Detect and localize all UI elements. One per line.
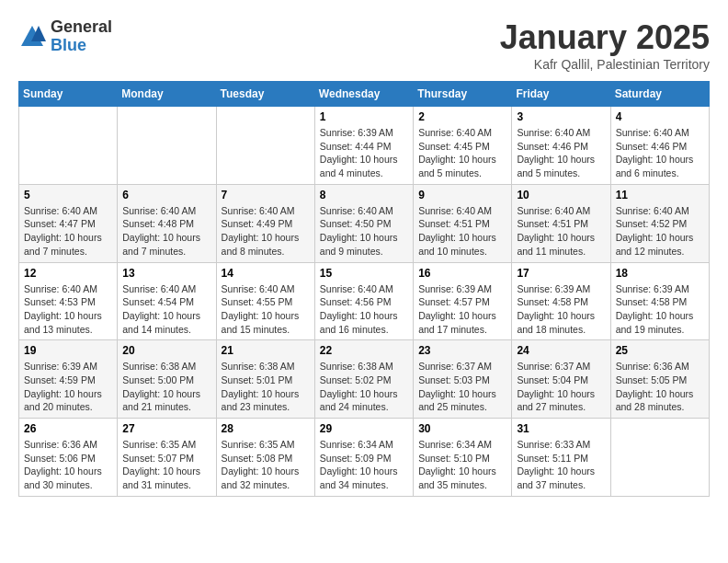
day-number: 18 (616, 267, 704, 280)
day-info: Sunrise: 6:38 AM Sunset: 5:00 PM Dayligh… (122, 360, 210, 414)
logo-general-text: General (51, 18, 112, 37)
calendar-cell: 17Sunrise: 6:39 AM Sunset: 4:58 PM Dayli… (512, 262, 610, 340)
calendar-cell (118, 107, 216, 185)
column-header-saturday: Saturday (610, 82, 709, 107)
calendar-cell: 5Sunrise: 6:40 AM Sunset: 4:47 PM Daylig… (19, 184, 118, 262)
day-number: 1 (320, 110, 408, 123)
calendar-cell: 12Sunrise: 6:40 AM Sunset: 4:53 PM Dayli… (19, 262, 118, 340)
day-number: 6 (122, 189, 210, 201)
day-info: Sunrise: 6:39 AM Sunset: 4:58 PM Dayligh… (616, 282, 704, 337)
day-info: Sunrise: 6:39 AM Sunset: 4:44 PM Dayligh… (320, 126, 408, 180)
calendar-cell: 18Sunrise: 6:39 AM Sunset: 4:58 PM Dayli… (610, 262, 709, 340)
calendar-cell: 24Sunrise: 6:37 AM Sunset: 5:04 PM Dayli… (512, 340, 610, 419)
calendar-cell: 7Sunrise: 6:40 AM Sunset: 4:49 PM Daylig… (216, 184, 314, 262)
day-number: 31 (517, 422, 605, 435)
calendar-cell: 9Sunrise: 6:40 AM Sunset: 4:51 PM Daylig… (414, 184, 512, 262)
day-number: 30 (418, 422, 506, 435)
calendar-cell: 31Sunrise: 6:33 AM Sunset: 5:11 PM Dayli… (512, 419, 610, 497)
calendar-cell: 15Sunrise: 6:40 AM Sunset: 4:56 PM Dayli… (314, 262, 413, 340)
logo-icon (18, 23, 46, 51)
calendar-cell: 27Sunrise: 6:35 AM Sunset: 5:07 PM Dayli… (118, 419, 216, 497)
day-info: Sunrise: 6:40 AM Sunset: 4:46 PM Dayligh… (517, 126, 605, 180)
day-number: 20 (122, 344, 210, 357)
calendar-cell: 6Sunrise: 6:40 AM Sunset: 4:48 PM Daylig… (118, 184, 216, 262)
day-info: Sunrise: 6:34 AM Sunset: 5:10 PM Dayligh… (418, 438, 506, 492)
column-header-friday: Friday (512, 82, 610, 107)
day-number: 29 (320, 422, 408, 435)
day-info: Sunrise: 6:34 AM Sunset: 5:09 PM Dayligh… (320, 438, 408, 492)
day-info: Sunrise: 6:33 AM Sunset: 5:11 PM Dayligh… (517, 438, 605, 492)
day-number: 14 (222, 267, 310, 280)
day-number: 23 (418, 344, 506, 357)
day-number: 15 (320, 267, 408, 280)
logo-blue-text: Blue (51, 37, 112, 55)
day-info: Sunrise: 6:40 AM Sunset: 4:45 PM Dayligh… (418, 126, 506, 180)
day-info: Sunrise: 6:39 AM Sunset: 4:59 PM Dayligh… (24, 360, 112, 414)
day-number: 10 (517, 189, 605, 201)
day-number: 22 (320, 344, 408, 357)
calendar-week-row: 5Sunrise: 6:40 AM Sunset: 4:47 PM Daylig… (19, 184, 710, 262)
calendar-week-row: 19Sunrise: 6:39 AM Sunset: 4:59 PM Dayli… (19, 340, 710, 419)
day-info: Sunrise: 6:40 AM Sunset: 4:49 PM Dayligh… (222, 204, 310, 259)
day-number: 24 (517, 344, 605, 357)
day-number: 9 (418, 189, 506, 201)
day-number: 3 (517, 110, 605, 123)
calendar-cell: 19Sunrise: 6:39 AM Sunset: 4:59 PM Dayli… (19, 340, 118, 419)
day-info: Sunrise: 6:36 AM Sunset: 5:05 PM Dayligh… (616, 360, 704, 414)
day-number: 28 (222, 422, 310, 435)
calendar-cell: 23Sunrise: 6:37 AM Sunset: 5:03 PM Dayli… (414, 340, 512, 419)
calendar-cell (610, 419, 709, 497)
day-number: 27 (122, 422, 210, 435)
day-number: 12 (24, 267, 112, 280)
day-info: Sunrise: 6:37 AM Sunset: 5:03 PM Dayligh… (418, 360, 506, 414)
calendar-cell (19, 107, 118, 185)
calendar-cell: 2Sunrise: 6:40 AM Sunset: 4:45 PM Daylig… (414, 107, 512, 185)
calendar-cell: 21Sunrise: 6:38 AM Sunset: 5:01 PM Dayli… (216, 340, 314, 419)
day-number: 7 (222, 189, 310, 201)
calendar-header-row: SundayMondayTuesdayWednesdayThursdayFrid… (19, 82, 710, 107)
calendar-cell: 28Sunrise: 6:35 AM Sunset: 5:08 PM Dayli… (216, 419, 314, 497)
day-info: Sunrise: 6:38 AM Sunset: 5:02 PM Dayligh… (320, 360, 408, 414)
day-info: Sunrise: 6:40 AM Sunset: 4:51 PM Dayligh… (517, 204, 605, 259)
day-info: Sunrise: 6:39 AM Sunset: 4:57 PM Dayligh… (418, 282, 506, 337)
day-number: 21 (222, 344, 310, 357)
calendar-cell: 22Sunrise: 6:38 AM Sunset: 5:02 PM Dayli… (314, 340, 413, 419)
day-number: 25 (616, 344, 704, 357)
day-info: Sunrise: 6:39 AM Sunset: 4:58 PM Dayligh… (517, 282, 605, 337)
day-info: Sunrise: 6:40 AM Sunset: 4:52 PM Dayligh… (616, 204, 704, 259)
day-info: Sunrise: 6:35 AM Sunset: 5:07 PM Dayligh… (122, 438, 210, 492)
day-number: 17 (517, 267, 605, 280)
calendar-table: SundayMondayTuesdayWednesdayThursdayFrid… (18, 81, 710, 497)
day-number: 13 (122, 267, 210, 280)
logo-text: General Blue (51, 18, 112, 55)
calendar-cell: 25Sunrise: 6:36 AM Sunset: 5:05 PM Dayli… (610, 340, 709, 419)
logo: General Blue (18, 18, 112, 55)
day-info: Sunrise: 6:38 AM Sunset: 5:01 PM Dayligh… (222, 360, 310, 414)
day-info: Sunrise: 6:35 AM Sunset: 5:08 PM Dayligh… (222, 438, 310, 492)
column-header-tuesday: Tuesday (216, 82, 314, 107)
calendar-cell (216, 107, 314, 185)
column-header-monday: Monday (118, 82, 216, 107)
day-info: Sunrise: 6:40 AM Sunset: 4:55 PM Dayligh… (222, 282, 310, 337)
day-number: 16 (418, 267, 506, 280)
calendar-week-row: 12Sunrise: 6:40 AM Sunset: 4:53 PM Dayli… (19, 262, 710, 340)
calendar-cell: 14Sunrise: 6:40 AM Sunset: 4:55 PM Dayli… (216, 262, 314, 340)
calendar-cell: 1Sunrise: 6:39 AM Sunset: 4:44 PM Daylig… (314, 107, 413, 185)
calendar-cell: 16Sunrise: 6:39 AM Sunset: 4:57 PM Dayli… (414, 262, 512, 340)
day-number: 4 (616, 110, 704, 123)
day-info: Sunrise: 6:36 AM Sunset: 5:06 PM Dayligh… (24, 438, 112, 492)
column-header-wednesday: Wednesday (314, 82, 413, 107)
calendar-cell: 13Sunrise: 6:40 AM Sunset: 4:54 PM Dayli… (118, 262, 216, 340)
day-info: Sunrise: 6:40 AM Sunset: 4:53 PM Dayligh… (24, 282, 112, 337)
day-number: 11 (616, 189, 704, 201)
day-number: 19 (24, 344, 112, 357)
calendar-cell: 3Sunrise: 6:40 AM Sunset: 4:46 PM Daylig… (512, 107, 610, 185)
calendar-cell: 30Sunrise: 6:34 AM Sunset: 5:10 PM Dayli… (414, 419, 512, 497)
calendar-cell: 10Sunrise: 6:40 AM Sunset: 4:51 PM Dayli… (512, 184, 610, 262)
day-info: Sunrise: 6:40 AM Sunset: 4:51 PM Dayligh… (418, 204, 506, 259)
day-info: Sunrise: 6:40 AM Sunset: 4:50 PM Dayligh… (320, 204, 408, 259)
day-number: 8 (320, 189, 408, 201)
month-title: January 2025 (500, 18, 710, 57)
calendar-cell: 8Sunrise: 6:40 AM Sunset: 4:50 PM Daylig… (314, 184, 413, 262)
day-number: 2 (418, 110, 506, 123)
